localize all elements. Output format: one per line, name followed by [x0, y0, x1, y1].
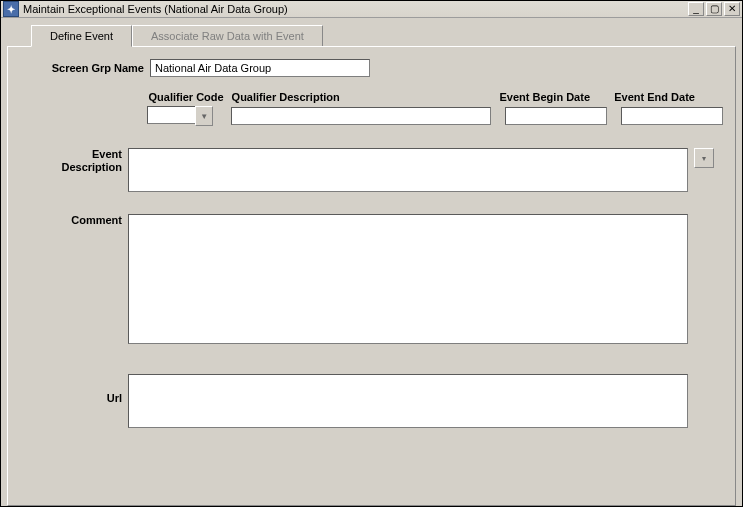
qualifier-code-combo: ▼ — [147, 106, 213, 126]
url-textarea[interactable] — [128, 374, 688, 428]
qualifier-desc-input[interactable] — [231, 107, 491, 125]
qualifier-code-label: Qualifier Code — [149, 91, 226, 103]
event-desc-row: Event Description ▾ — [20, 148, 723, 192]
content-area: Define Event Associate Raw Data with Eve… — [1, 18, 742, 507]
chevron-down-icon: ▼ — [200, 112, 208, 121]
tab-strip: Define Event Associate Raw Data with Eve… — [31, 24, 736, 46]
event-desc-textarea[interactable] — [128, 148, 688, 192]
tab-define-event[interactable]: Define Event — [31, 25, 132, 47]
screen-grp-input[interactable] — [150, 59, 370, 77]
maximize-button[interactable]: ▢ — [706, 2, 722, 16]
app-icon: ✦ — [3, 1, 19, 17]
window-frame: ✦ Maintain Exceptional Events (National … — [0, 0, 743, 507]
qualifier-code-input[interactable] — [147, 106, 195, 124]
chevron-down-icon: ▾ — [702, 154, 706, 163]
close-button[interactable]: ✕ — [724, 2, 740, 16]
comment-textarea[interactable] — [128, 214, 688, 344]
event-desc-label-line1: Event — [92, 148, 122, 160]
url-label: Url — [20, 374, 128, 404]
event-end-input[interactable] — [621, 107, 723, 125]
qualifier-desc-label: Qualifier Description — [232, 91, 494, 103]
minimize-button[interactable]: _ — [688, 2, 704, 16]
screen-grp-label: Screen Grp Name — [20, 62, 150, 74]
window-title: Maintain Exceptional Events (National Ai… — [23, 3, 688, 15]
comment-row: Comment — [20, 214, 723, 344]
tab-panel-define-event: Screen Grp Name Qualifier Code Qualifier… — [7, 46, 736, 506]
event-begin-input[interactable] — [505, 107, 607, 125]
window-controls: _ ▢ ✕ — [688, 2, 740, 16]
comment-label: Comment — [20, 214, 128, 226]
tab-associate-raw-data[interactable]: Associate Raw Data with Event — [132, 25, 323, 47]
event-end-label: Event End Date — [614, 91, 723, 103]
screen-grp-row: Screen Grp Name — [20, 59, 723, 77]
titlebar: ✦ Maintain Exceptional Events (National … — [1, 1, 742, 18]
event-desc-label: Event Description — [20, 148, 128, 174]
event-desc-lookup-button[interactable]: ▾ — [694, 148, 714, 168]
event-begin-label: Event Begin Date — [500, 91, 609, 103]
qualifier-row: ▼ — [20, 106, 723, 126]
url-row: Url — [20, 374, 723, 428]
qualifier-code-dropdown-button[interactable]: ▼ — [195, 106, 213, 126]
event-desc-label-line2: Description — [61, 161, 122, 173]
headers-row: Qualifier Code Qualifier Description Eve… — [20, 91, 723, 106]
